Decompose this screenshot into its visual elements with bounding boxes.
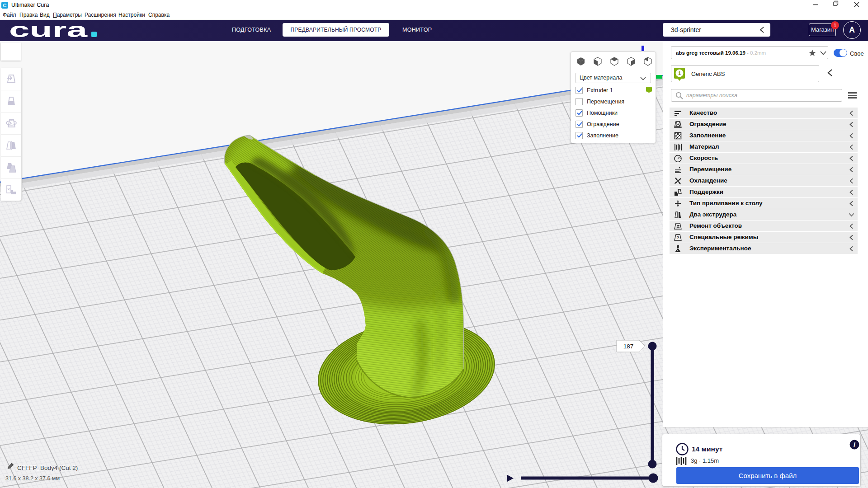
svg-text:cura: cura xyxy=(9,20,88,41)
svg-text:187: 187 xyxy=(623,343,634,350)
svg-text:C: C xyxy=(3,3,7,8)
svg-text:?: ? xyxy=(677,235,679,240)
svg-text:1: 1 xyxy=(678,70,681,76)
